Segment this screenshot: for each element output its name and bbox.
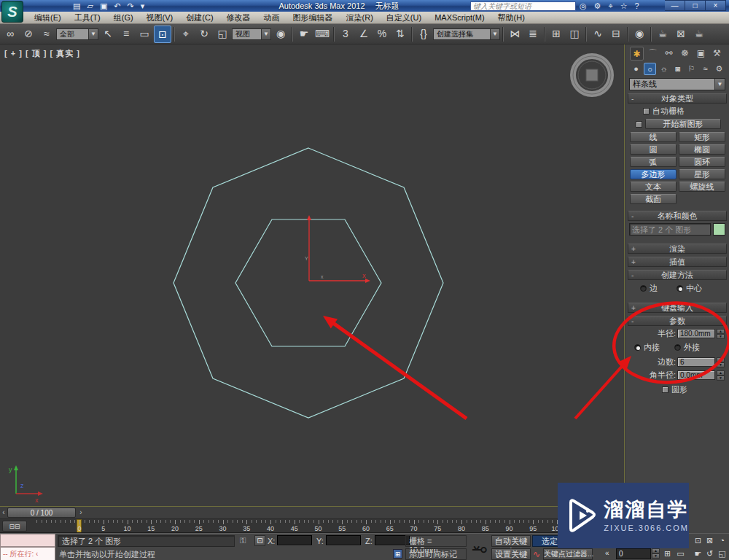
rollout-object-type[interactable]: - 对象类型 (628, 93, 727, 104)
spinner-snap-icon[interactable]: ⇅ (391, 26, 409, 43)
object-type-button[interactable]: 星形 (679, 169, 725, 179)
application-menu-button[interactable]: Ѕ (1, 1, 23, 23)
curve-editor-icon[interactable]: ∿ (589, 26, 607, 43)
tab-display[interactable]: ▣ (694, 47, 708, 61)
orbit-icon[interactable]: ↺ (704, 548, 715, 559)
close-button[interactable]: × (706, 0, 726, 11)
object-type-button[interactable]: 椭圆 (679, 144, 725, 155)
object-name-field[interactable]: 选择了 2 个 图形 (629, 223, 711, 236)
current-frame-field[interactable]: 0 (616, 548, 651, 559)
center-radio[interactable] (677, 285, 683, 292)
object-type-button[interactable]: 截面 (630, 194, 677, 204)
frame-spinner[interactable]: ▲▼ (652, 548, 660, 558)
tab-systems[interactable]: ⚙ (713, 63, 725, 75)
manage-layers-icon[interactable]: ⊞ (547, 26, 565, 43)
help-icon[interactable]: ? (635, 1, 639, 10)
rollout-parameters[interactable]: - 参数 (628, 316, 727, 326)
named-selection-sets-dropdown[interactable]: 创建选择集▼ (433, 28, 500, 40)
select-and-scale-icon[interactable]: ◱ (214, 26, 231, 43)
bind-to-space-warp-icon[interactable]: ≈ (38, 26, 55, 43)
tab-cameras[interactable]: ◙ (671, 63, 684, 75)
select-and-move-icon[interactable]: ⌖ (177, 26, 195, 43)
tab-lights[interactable]: ☼ (658, 63, 670, 75)
edit-named-selection-sets-icon[interactable]: {} (415, 26, 432, 43)
viewport-top[interactable]: YXxyxz [ + ] [ 顶 ] [ 真实 ] (0, 44, 625, 507)
render-production-icon[interactable]: ☕ (690, 26, 708, 43)
menu-item[interactable]: 动画 (257, 12, 286, 23)
corner-radius-field[interactable]: 0.0mm (677, 370, 715, 380)
use-pivot-center-icon[interactable]: ◉ (272, 26, 289, 43)
object-type-button[interactable]: 多边形 (630, 169, 677, 179)
object-type-button[interactable]: 圆环 (679, 157, 725, 167)
tab-motion[interactable]: ☸ (678, 47, 692, 61)
search-input[interactable]: 键入关键字或短语 (470, 1, 576, 11)
undo-icon[interactable]: ↶ (114, 1, 120, 11)
tab-shapes[interactable]: ○ (644, 63, 656, 75)
object-type-button[interactable]: 弧 (630, 157, 677, 167)
maximize-viewport-icon[interactable]: ◱ (717, 548, 728, 559)
render-setup-icon[interactable]: ☕ (654, 26, 671, 43)
minimize-button[interactable]: — (665, 0, 685, 11)
workspace-dropdown-icon[interactable]: ▾ (141, 1, 145, 11)
tab-helpers[interactable]: ⚐ (685, 63, 698, 75)
time-slider-handle[interactable]: 0 / 100 (7, 508, 76, 518)
search-icon[interactable]: ◎ (580, 1, 587, 11)
menu-item[interactable]: 图形编辑器 (286, 12, 340, 23)
sides-field[interactable]: 6 (677, 357, 715, 367)
select-by-name-icon[interactable]: ≡ (117, 26, 135, 43)
add-time-tag[interactable]: 添加时间标记 (405, 548, 467, 560)
rollout-rendering[interactable]: + 渲染 (628, 244, 727, 254)
object-type-button[interactable]: 矩形 (679, 132, 725, 142)
zoom-icon[interactable]: ⊞ (662, 548, 673, 559)
menu-item[interactable]: 自定义(U) (380, 12, 428, 23)
tab-create[interactable]: ✱ (630, 47, 644, 61)
start-new-shape-button[interactable]: 开始新图形 (645, 119, 721, 129)
tab-hierarchy[interactable]: ⚯ (662, 47, 676, 61)
maxscript-mini-listener[interactable] (0, 534, 55, 547)
tab-space-warps[interactable]: ≈ (699, 63, 712, 75)
select-and-rotate-icon[interactable]: ↻ (195, 26, 213, 43)
corner-radius-spinner[interactable]: ▲▼ (717, 370, 725, 380)
time-slider-track[interactable]: ‹ 0 / 100 › (0, 507, 625, 519)
start-new-shape-checkbox[interactable] (636, 121, 642, 128)
shape-type-dropdown[interactable]: 样条线 ▼ (629, 78, 725, 90)
next-frame-arrow[interactable]: › (77, 508, 85, 518)
sides-spinner[interactable]: ▲▼ (717, 357, 725, 367)
object-type-button[interactable]: 线 (630, 132, 677, 142)
key-filters-button[interactable]: 关键点过滤器... (543, 548, 593, 560)
save-file-icon[interactable]: ▣ (100, 1, 107, 11)
object-type-button[interactable]: 螺旋线 (679, 182, 725, 192)
maximize-button[interactable]: □ (685, 0, 706, 11)
zoom-region-icon[interactable]: ▭ (675, 548, 686, 559)
rollout-name-color[interactable]: - 名称和颜色 (628, 211, 727, 221)
zoom-all-icon[interactable]: ⊠ (704, 535, 715, 546)
edge-radio[interactable] (640, 285, 647, 292)
menu-item[interactable]: 组(G) (107, 12, 140, 23)
material-editor-icon[interactable]: ◉ (631, 26, 648, 43)
open-mini-curve-editor-button[interactable]: ⊟⊟ (2, 521, 27, 532)
menu-item[interactable]: MAXScript(M) (428, 12, 491, 23)
rollout-keyboard-entry[interactable]: + 键盘输入 (628, 303, 727, 313)
percent-snap-icon[interactable]: % (373, 26, 391, 43)
pan-hand-icon[interactable]: ☛ (693, 548, 703, 559)
object-type-button[interactable]: 文本 (630, 182, 677, 192)
inscribed-radio[interactable] (634, 344, 641, 351)
unlink-selection-icon[interactable]: ⊘ (20, 26, 37, 43)
fov-icon[interactable]: ◔ (717, 535, 728, 546)
track-bar[interactable]: 0510152025303540455055606570758085909510… (0, 519, 625, 533)
snaps-toggle-icon[interactable]: 3 (337, 26, 354, 43)
menu-item[interactable]: 修改器 (220, 12, 257, 23)
redo-icon[interactable]: ↷ (128, 1, 134, 11)
rendered-frame-window-icon[interactable]: ⊠ (672, 26, 690, 43)
communication-center-icon[interactable]: ⚙ (594, 1, 601, 11)
select-and-manipulate-icon[interactable]: ☛ (295, 26, 313, 43)
subscription-icon[interactable]: ⌖ (608, 1, 612, 11)
menu-item[interactable]: 工具(T) (68, 12, 107, 23)
menu-item[interactable]: 编辑(E) (28, 12, 68, 23)
z-coordinate-field[interactable] (375, 535, 410, 545)
object-color-swatch[interactable] (713, 223, 725, 236)
menu-item[interactable]: 创建(C) (179, 12, 219, 23)
auto-key-button[interactable]: 自动关键点 (491, 535, 531, 547)
rollout-creation-method[interactable]: - 创建方法 (628, 270, 727, 280)
tab-geometry[interactable]: ● (630, 63, 642, 75)
